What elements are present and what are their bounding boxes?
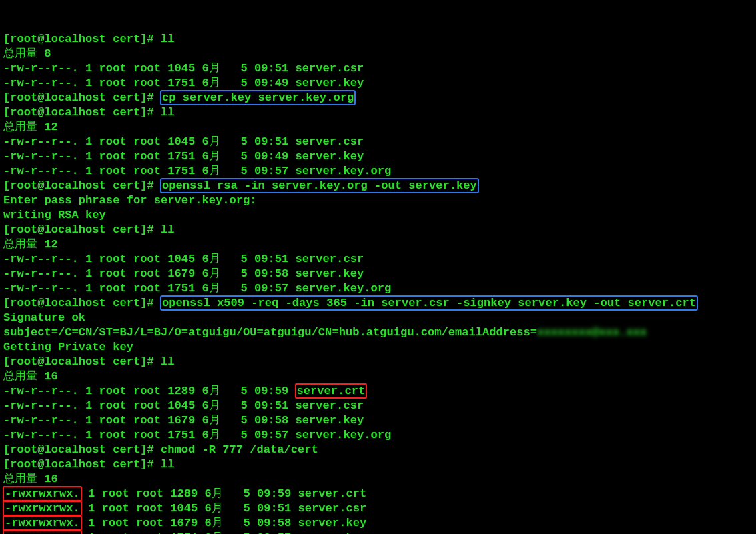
prompt: [root@localhost cert]# bbox=[3, 223, 161, 236]
prompt: [root@localhost cert]# bbox=[3, 179, 161, 192]
file-row: -rw-r--r--. 1 root root 1751 6月 5 09:57 … bbox=[3, 282, 391, 295]
file-server-crt: server.crt bbox=[295, 383, 368, 399]
file-row: -rw-r--r--. 1 root root 1751 6月 5 09:57 … bbox=[3, 165, 391, 177]
file-row: -rw-r--r--. 1 root root 1045 6月 5 09:51 … bbox=[3, 253, 364, 265]
file-row: -rw-r--r--. 1 root root 1751 6月 5 09:49 … bbox=[3, 77, 364, 89]
total-3: 总用量 12 bbox=[3, 238, 58, 251]
file-row: -rw-r--r--. 1 root root 1679 6月 5 09:58 … bbox=[3, 414, 364, 427]
total-5: 总用量 16 bbox=[3, 473, 58, 485]
redacted-email: xxxxxxxx@xxx.xxx bbox=[537, 326, 647, 339]
file-row: -rw-r--r--. 1 root root 1751 6月 5 09:49 … bbox=[3, 150, 364, 163]
cmd-cp: cp server.key server.key.org bbox=[160, 90, 356, 105]
cmd-ll-4: ll bbox=[161, 355, 175, 368]
cmd-ll-3: ll bbox=[161, 223, 175, 236]
total-4: 总用量 16 bbox=[3, 370, 58, 383]
file-row: -rw-r--r--. 1 root root 1751 6月 5 09:57 … bbox=[3, 429, 391, 441]
cmd-ll-1: ll bbox=[161, 33, 175, 45]
signature-ok: Signature ok bbox=[3, 311, 85, 324]
file-row: -rw-r--r--. 1 root root 1045 6月 5 09:51 … bbox=[3, 135, 364, 148]
prompt: [root@localhost cert]# bbox=[3, 33, 161, 45]
file-row-tail: 1 root root 1045 6月 5 09:51 server.csr bbox=[81, 502, 366, 515]
terminal[interactable]: [root@localhost cert]# ll 总用量 8 -rw-r--r… bbox=[0, 15, 756, 534]
prompt: [root@localhost cert]# bbox=[3, 458, 161, 471]
prompt: [root@localhost cert]# bbox=[3, 91, 161, 104]
cmd-ll-5: ll bbox=[161, 458, 175, 471]
file-row: -rw-r--r--. 1 root root 1045 6月 5 09:51 … bbox=[3, 62, 364, 75]
file-row: -rw-r--r--. 1 root root 1679 6月 5 09:58 … bbox=[3, 267, 364, 280]
perms-rwx: -rwxrwxrwx. bbox=[3, 530, 82, 534]
file-row-tail: 1 root root 1289 6月 5 09:59 server.crt bbox=[81, 487, 366, 500]
prompt: [root@localhost cert]# bbox=[3, 355, 161, 368]
cmd-ll-2: ll bbox=[161, 106, 175, 119]
getting-key: Getting Private key bbox=[3, 341, 133, 353]
prompt: [root@localhost cert]# bbox=[3, 297, 161, 309]
cmd-openssl-rsa: openssl rsa -in server.key.org -out serv… bbox=[160, 178, 479, 193]
cmd-openssl-x509: openssl x509 -req -days 365 -in server.c… bbox=[160, 295, 698, 311]
file-row-tail: 1 root root 1679 6月 5 09:58 server.key bbox=[81, 517, 366, 529]
total-1: 总用量 8 bbox=[3, 47, 51, 60]
passphrase-prompt: Enter pass phrase for server.key.org: bbox=[3, 194, 257, 207]
file-row-pre: -rw-r--r--. 1 root root 1289 6月 5 09:59 bbox=[3, 385, 296, 397]
writing-rsa: writing RSA key bbox=[3, 209, 106, 221]
perms-rwx: -rwxrwxrwx. bbox=[3, 486, 82, 501]
total-2: 总用量 12 bbox=[3, 121, 58, 133]
file-row-tail: 1 root root 1751 6月 5 09:57 server.key.o… bbox=[81, 531, 394, 534]
perms-rwx: -rwxrwxrwx. bbox=[3, 515, 82, 531]
prompt: [root@localhost cert]# bbox=[3, 443, 161, 456]
perms-rwx: -rwxrwxrwx. bbox=[3, 501, 82, 516]
prompt: [root@localhost cert]# bbox=[3, 106, 161, 119]
cmd-chmod: chmod -R 777 /data/cert bbox=[161, 443, 318, 456]
subject-line: subject=/C=CN/ST=BJ/L=BJ/O=atguigu/OU=at… bbox=[3, 326, 537, 339]
file-row: -rw-r--r--. 1 root root 1045 6月 5 09:51 … bbox=[3, 399, 364, 412]
